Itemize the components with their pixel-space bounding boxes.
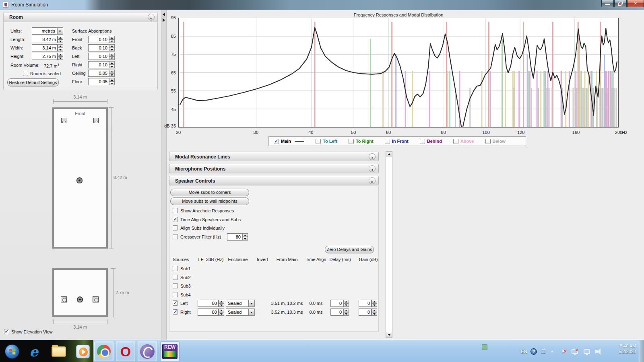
enclosure-dropdown-left[interactable]: Sealed	[226, 300, 255, 307]
source-checkbox-sub3[interactable]	[173, 283, 178, 288]
crossover-filter-spinner-down-button[interactable]	[242, 237, 248, 241]
spinner-down-icon	[220, 313, 223, 315]
source-checkbox-right[interactable]: ✓	[173, 309, 178, 315]
lf-spinner-right[interactable]: 80	[198, 309, 224, 316]
speaker-checkbox-3[interactable]	[173, 234, 178, 239]
enclosure-dropdown-left-value[interactable]: Sealed	[226, 300, 249, 307]
right-speaker-elevation-icon[interactable]	[93, 296, 99, 302]
move-subs-to-wall-midpoints-button[interactable]: Move subs to wall midpoints	[170, 197, 249, 205]
lf-spinner-left[interactable]: 80	[198, 300, 224, 307]
legend-label: Main	[281, 139, 291, 144]
expand-modal-lines-button[interactable]: «	[369, 153, 376, 160]
listener-position-icon[interactable]: +	[76, 177, 83, 183]
gain-spinner-left-up-button[interactable]	[372, 300, 377, 303]
rew-button[interactable]: REW	[160, 341, 180, 361]
source-checkbox-sub2[interactable]	[173, 275, 178, 280]
bittorrent-button[interactable]	[138, 341, 157, 361]
windows-explorer-button[interactable]	[49, 341, 68, 361]
listener-head-icon[interactable]: +	[77, 296, 83, 302]
delay-spinner-left[interactable]: 0	[330, 300, 349, 307]
chart-title: Frequency Responses and Modal Distributi…	[178, 12, 619, 17]
zero-delays-and-gains-button[interactable]: Zero Delays and Gains	[325, 246, 374, 253]
lf-spinner-left-up-button[interactable]	[219, 300, 224, 303]
lf-spinner-left-value[interactable]: 80	[198, 300, 219, 307]
media-player-button[interactable]	[73, 341, 93, 361]
source-checkbox-left[interactable]: ✓	[173, 300, 178, 306]
gain-spinner-left-value[interactable]: 0	[359, 300, 372, 307]
scroll-up-button[interactable]	[386, 151, 392, 157]
speaker-controls-header[interactable]: Speaker Controls «	[169, 176, 379, 185]
lf-spinner-right-value[interactable]: 80	[198, 309, 219, 316]
source-checkbox-sub1[interactable]	[173, 266, 178, 271]
source-label-sub3: Sub3	[180, 284, 191, 288]
speaker-checkbox-2[interactable]	[173, 225, 178, 230]
legend-checkbox-main[interactable]: ✓	[274, 139, 279, 144]
enclosure-dropdown-right[interactable]: Sealed	[226, 309, 255, 316]
windows-start-button[interactable]	[2, 341, 22, 361]
delay-spinner-right-value[interactable]: 0	[330, 309, 343, 316]
minimize-button[interactable]	[601, 0, 614, 7]
chrome-button[interactable]	[94, 341, 114, 361]
opera-button[interactable]: O	[116, 341, 135, 361]
window-tray-icon[interactable]: ❐	[539, 340, 548, 362]
legend-checkbox-in-front[interactable]	[385, 139, 390, 144]
lf-spinner-right-down-button[interactable]	[219, 312, 224, 316]
show-hidden-icons-button[interactable]	[547, 340, 557, 362]
volume-icon[interactable]	[593, 340, 603, 362]
delay-spinner-right-down-button[interactable]	[343, 312, 349, 316]
legend-checkbox-to-right[interactable]	[349, 139, 354, 144]
crossover-filter-spinner-value[interactable]: 80	[227, 233, 242, 241]
close-button[interactable]: ×	[627, 0, 644, 7]
spinner-down-icon	[220, 304, 223, 306]
delay-spinner-left-down-button[interactable]	[343, 303, 349, 307]
source-checkbox-sub4[interactable]	[173, 292, 178, 297]
enclosure-dropdown-right-value[interactable]: Sealed	[226, 309, 249, 316]
legend-checkbox-behind[interactable]	[420, 139, 425, 144]
legend-checkbox-to-left[interactable]	[316, 139, 321, 144]
expand-microphone-positions-button[interactable]: «	[369, 165, 376, 172]
network-icon[interactable]	[582, 340, 592, 362]
scroll-down-button[interactable]	[386, 332, 392, 338]
gain-spinner-left-down-button[interactable]	[372, 303, 377, 307]
legend-checkbox-below[interactable]	[485, 139, 491, 144]
restore-button[interactable]	[614, 0, 627, 7]
modal-resonance-lines-header[interactable]: Modal Resonance Lines «	[169, 152, 379, 161]
delay-spinner-right[interactable]: 0	[330, 309, 349, 316]
gain-spinner-right-value[interactable]: 0	[359, 309, 372, 316]
crossover-filter-spinner[interactable]: 80	[227, 233, 248, 241]
chart-legend: ✓MainTo LeftTo RightIn FrontBehindAboveB…	[268, 136, 526, 146]
crossover-filter-spinner-up-button[interactable]	[242, 233, 248, 237]
internet-explorer-button[interactable]: e	[24, 341, 43, 361]
gain-spinner-left[interactable]: 0	[359, 300, 377, 307]
delay-spinner-left-value[interactable]: 0	[330, 300, 343, 307]
lf-spinner-right-up-button[interactable]	[219, 309, 224, 312]
enclosure-dropdown-right-arrow-button[interactable]	[249, 309, 255, 316]
gain-spinner-right-up-button[interactable]	[372, 309, 377, 312]
x-tick-label: 80	[441, 130, 446, 135]
gain-spinner-right[interactable]: 0	[359, 309, 377, 316]
help-tray-icon[interactable]: ?	[529, 340, 539, 362]
gain-spinner-right-down-button[interactable]	[372, 312, 377, 316]
lf-spinner-left-down-button[interactable]	[219, 303, 224, 307]
vertical-scrollbar[interactable]	[386, 151, 392, 338]
collapse-speaker-controls-button[interactable]: «	[369, 177, 376, 184]
spinner-up-icon	[220, 310, 223, 311]
microphone-positions-header[interactable]: Microphone Positions «	[169, 164, 379, 173]
chart-plot-area[interactable]	[178, 18, 619, 128]
move-subs-to-corners-button[interactable]: Move subs to corners	[170, 189, 249, 196]
delay-spinner-right-up-button[interactable]	[343, 309, 349, 312]
enclosure-dropdown-left-arrow-button[interactable]	[249, 300, 255, 307]
y-tick-label: 65	[162, 70, 176, 75]
clock[interactable]: 8:40 AM5/2/2020	[608, 343, 636, 354]
left-speaker-elevation-icon[interactable]	[61, 296, 67, 302]
show-elevation-view-checkbox[interactable]: ✓	[4, 329, 9, 334]
speaker-checkbox-1[interactable]: ✓	[173, 217, 178, 222]
legend-checkbox-above[interactable]	[453, 139, 458, 144]
show-desktop-button[interactable]	[639, 340, 644, 362]
dropdown-arrow-icon	[250, 312, 253, 313]
language-indicator[interactable]: EN	[519, 340, 529, 362]
device-error-icon[interactable]: ✕	[570, 340, 580, 362]
delay-spinner-left-up-button[interactable]	[343, 300, 349, 303]
speaker-checkbox-0[interactable]	[173, 208, 178, 213]
action-center-flag-icon[interactable]: ⚑✕	[559, 340, 568, 362]
